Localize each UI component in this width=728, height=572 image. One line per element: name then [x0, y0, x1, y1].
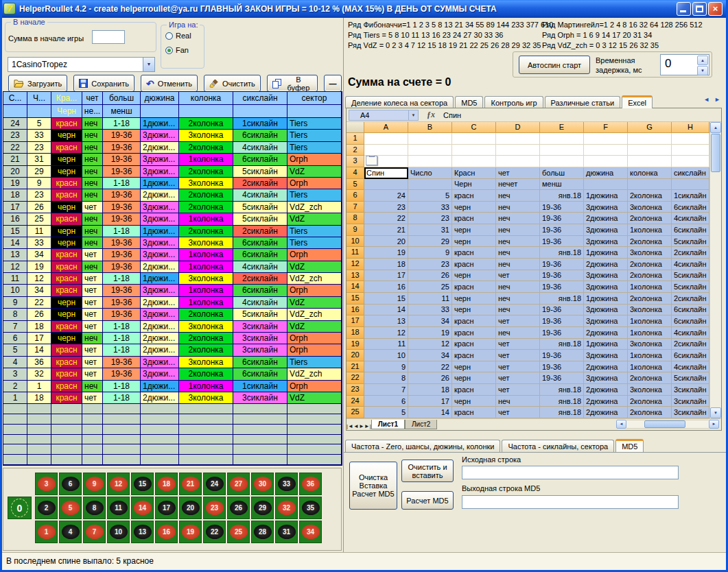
excel-row-header-8[interactable]: 8 — [347, 213, 364, 224]
spins-cell[interactable]: 18 — [27, 392, 51, 404]
spins-cell[interactable]: 3дюжи... — [141, 368, 179, 380]
excel-cell[interactable]: колонка — [628, 167, 672, 179]
excel-cell[interactable]: 1колонка — [628, 327, 672, 339]
excel-cell[interactable]: 5 — [408, 190, 452, 202]
excel-cell[interactable]: 3колонка — [628, 247, 672, 259]
excel-cell[interactable]: 33 — [408, 305, 452, 316]
spins-cell[interactable]: черн — [51, 237, 82, 249]
spins-col-header[interactable] — [3, 105, 27, 118]
spins-cell[interactable]: 34 — [27, 249, 51, 261]
tab-Частота - сиклайны, сектора[interactable]: Частота - сиклайны, сектора — [502, 440, 614, 452]
md5-output-input[interactable] — [462, 495, 679, 509]
spins-cell[interactable]: 19-36 — [103, 154, 141, 165]
excel-row-header-10[interactable]: 10 — [347, 236, 364, 248]
spins-cell[interactable]: красн — [51, 392, 82, 404]
spins-cell[interactable]: 19-36 — [103, 237, 141, 249]
spins-cell[interactable]: 3дюжи... — [141, 237, 179, 249]
scroll-thumb[interactable] — [711, 134, 720, 172]
chevron-down-icon[interactable]: ▼ — [143, 58, 154, 71]
spins-cell[interactable]: 1колонка — [179, 261, 233, 273]
spins-cell[interactable]: 11 — [3, 273, 27, 285]
excel-cell[interactable]: 15 — [364, 293, 408, 305]
name-box-dropdown-icon[interactable]: ▼ — [409, 110, 419, 121]
spins-cell[interactable]: 23 — [3, 130, 27, 141]
excel-row-header-19[interactable]: 19 — [347, 339, 364, 350]
spins-cell[interactable]: 19-36 — [103, 285, 141, 296]
spins-cell[interactable]: Orph — [287, 381, 342, 392]
excel-cell[interactable]: черн — [452, 202, 496, 213]
excel-cell[interactable]: 18 — [364, 259, 408, 270]
excel-cell[interactable] — [496, 133, 540, 145]
spins-cell[interactable]: VdZ — [287, 213, 342, 225]
sheet-tab-Лист2[interactable]: Лист2 — [405, 420, 437, 429]
excel-cell[interactable]: 2колонка — [628, 270, 672, 282]
excel-cell[interactable]: 26 — [408, 372, 452, 384]
spins-cell[interactable]: VdZ — [287, 166, 342, 178]
spins-cell[interactable]: VdZ_zch — [287, 368, 342, 380]
excel-cell[interactable]: чет — [496, 350, 540, 361]
tabs-scroll-left-icon[interactable]: ◄ — [703, 96, 709, 103]
excel-cell[interactable]: 16 — [364, 281, 408, 293]
roulette-number-24[interactable]: 24 — [203, 473, 226, 495]
spins-cell[interactable]: 2дюжи... — [141, 321, 179, 333]
spins-cell[interactable]: 6сиклайн — [233, 357, 287, 368]
roulette-number-13[interactable]: 13 — [131, 521, 154, 543]
spins-cell[interactable]: 2дюжи... — [141, 392, 179, 404]
spins-cell[interactable]: 14 — [3, 237, 27, 249]
spins-cell[interactable]: красн — [51, 273, 82, 285]
spins-cell[interactable]: 3сиклайн — [233, 344, 287, 356]
spins-cell[interactable]: 1 — [27, 381, 51, 392]
spins-cell[interactable]: 19-36 — [103, 142, 141, 154]
excel-cell[interactable]: янв.18 — [540, 339, 584, 350]
excel-cell[interactable]: 3колонка — [628, 339, 672, 350]
spins-cell[interactable]: 1-18 — [103, 392, 141, 404]
excel-cell[interactable]: 3дюжина — [584, 350, 628, 361]
spins-cell[interactable]: 2колонка — [179, 202, 233, 213]
spins-cell[interactable]: 2дюжи... — [141, 189, 179, 201]
spins-cell[interactable]: Tiers — [287, 357, 342, 368]
spins-cell[interactable]: неч — [82, 213, 103, 225]
spins-cell[interactable]: 1-18 — [103, 381, 141, 392]
spins-cell[interactable]: VdZ_zch — [287, 202, 342, 213]
spins-cell[interactable]: 2дюжи... — [141, 261, 179, 273]
excel-cell[interactable]: 19-36 — [540, 259, 584, 270]
excel-cell[interactable]: 22 — [364, 213, 408, 224]
excel-cell[interactable]: черн — [452, 396, 496, 407]
excel-cell[interactable]: 13 — [364, 315, 408, 327]
excel-cell[interactable]: красн — [452, 384, 496, 396]
sheet-nav-icon[interactable]: ► — [359, 423, 364, 429]
tab-Различные статьи[interactable]: Различные статьи — [545, 96, 621, 108]
spins-cell[interactable]: 19-36 — [103, 189, 141, 201]
excel-cell[interactable]: янв.18 — [540, 384, 584, 396]
excel-cell[interactable]: 8 — [364, 372, 408, 384]
clear-and-paste-button[interactable]: Очистить и вставить — [401, 460, 454, 482]
excel-cell[interactable]: 2колонка — [628, 259, 672, 270]
spins-cell[interactable]: 1колонка — [179, 285, 233, 296]
spins-col-header[interactable]: Ч... — [27, 92, 51, 105]
spins-cell[interactable]: 34 — [27, 285, 51, 296]
roulette-number-26[interactable]: 26 — [227, 497, 250, 519]
excel-row-header-12[interactable]: 12 — [347, 259, 364, 270]
spins-cell[interactable]: 1-18 — [103, 344, 141, 356]
spins-cell[interactable]: 3колонка — [179, 237, 233, 249]
scroll-up-icon[interactable]: ▲ — [710, 122, 721, 133]
spins-cell[interactable]: 7 — [3, 321, 27, 333]
spins-cell[interactable]: VdZ_zch — [287, 273, 342, 285]
spins-cell[interactable]: 20 — [3, 166, 27, 178]
excel-cell[interactable]: чет — [496, 372, 540, 384]
excel-cell[interactable] — [672, 145, 709, 156]
excel-cell[interactable]: сикслайн — [672, 167, 709, 179]
spins-cell[interactable]: 3колонка — [179, 357, 233, 368]
spins-cell[interactable]: черн — [51, 202, 82, 213]
excel-cell[interactable]: красн — [452, 407, 496, 418]
excel-col-header-F[interactable]: F — [584, 122, 628, 133]
spins-cell[interactable]: 3сиклайн — [233, 333, 287, 344]
spins-cell[interactable]: 29 — [27, 166, 51, 178]
spins-cell[interactable]: 6сиклайн — [233, 130, 287, 141]
excel-cell[interactable]: 2колонка — [628, 190, 672, 202]
spins-cell[interactable]: 3дюжи... — [141, 213, 179, 225]
spins-cell[interactable]: 4 — [3, 357, 27, 368]
spins-cell[interactable]: 9 — [3, 297, 27, 309]
spins-cell[interactable]: 3колонка — [179, 321, 233, 333]
clear-paste-calc-md5-button[interactable]: Очистка Вставка Расчет MD5 — [349, 462, 397, 510]
